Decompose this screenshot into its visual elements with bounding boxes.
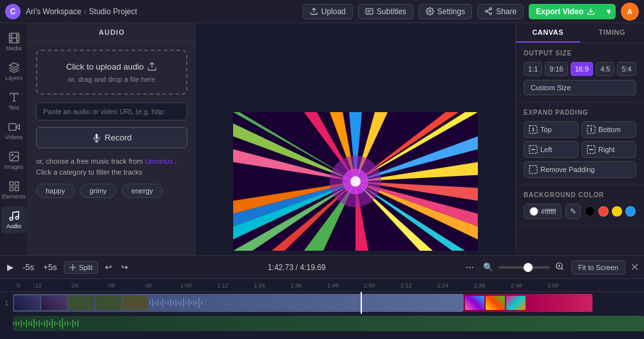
svg-rect-61: [170, 299, 171, 307]
record-button[interactable]: Record: [36, 127, 187, 148]
plus5-button[interactable]: +5s: [41, 260, 59, 274]
timeline-clip-main[interactable]: [13, 294, 464, 312]
svg-rect-94: [64, 322, 66, 325]
custom-size-button[interactable]: Custom Size: [524, 80, 636, 95]
color-blue[interactable]: [625, 206, 636, 217]
ruler-mark: 1:24: [254, 282, 290, 289]
export-button[interactable]: Export Video: [529, 4, 601, 19]
minus5-button[interactable]: -5s: [21, 260, 36, 274]
color-yellow[interactable]: [612, 206, 622, 217]
layers-icon: [8, 62, 20, 73]
size-16-9[interactable]: 16:9: [571, 62, 593, 76]
project-name: Studio Project: [89, 7, 137, 16]
svg-rect-93: [62, 318, 63, 329]
tab-canvas[interactable]: CANVAS: [516, 23, 580, 43]
size-5-4[interactable]: 5:4: [617, 62, 636, 76]
svg-rect-77: [21, 320, 22, 327]
bg-color-section: BACKGROUND COLOR #ffffff ✎: [516, 185, 644, 226]
svg-rect-59: [165, 302, 166, 304]
svg-rect-88: [49, 322, 50, 325]
video-icon: [8, 121, 20, 133]
svg-rect-68: [188, 299, 189, 307]
expand-bottom[interactable]: Bottom: [582, 121, 636, 138]
eyedropper-button[interactable]: ✎: [565, 204, 581, 219]
zoom-in-button[interactable]: [553, 260, 566, 275]
ruler-mark: 2:12: [401, 282, 437, 289]
svg-rect-60: [167, 300, 169, 305]
sidebar-item-label: Images: [5, 164, 24, 170]
zoom-slider[interactable]: [498, 266, 550, 269]
share-button[interactable]: Share: [477, 4, 524, 19]
svg-rect-23: [8, 124, 15, 131]
image-icon: [8, 151, 20, 162]
split-button[interactable]: Split: [64, 261, 97, 274]
expand-top[interactable]: Top: [524, 121, 578, 138]
sidebar-item-elements[interactable]: Elements: [1, 177, 27, 204]
workspace-link[interactable]: Ari's Workspace: [26, 7, 81, 16]
bg-color-label: BACKGROUND COLOR: [524, 191, 636, 199]
svg-rect-90: [54, 321, 55, 326]
breadcrumb: Ari's Workspace › Studio Project: [26, 7, 137, 16]
svg-rect-53: [149, 301, 151, 305]
topbar: C Ari's Workspace › Studio Project Uploa…: [0, 0, 644, 23]
fit-screen-button[interactable]: Fit to Screen: [571, 260, 625, 275]
sidebar-item-text[interactable]: Text: [1, 88, 27, 115]
export-arrow-button[interactable]: ▾: [601, 4, 616, 19]
unminus-link[interactable]: Unminus: [145, 157, 173, 165]
color-red[interactable]: [598, 206, 609, 217]
time-display: 1:42.73 / 4:19.69: [268, 263, 326, 272]
sidebar-item-videos[interactable]: Videos: [1, 117, 27, 144]
sidebar-item-media[interactable]: Media: [1, 28, 27, 55]
svg-rect-29: [10, 188, 13, 191]
music-description: or, choose a free music track from Unmin…: [36, 156, 187, 177]
zoom-out-button[interactable]: 🔍: [481, 260, 495, 274]
remove-padding-icon: [529, 165, 538, 174]
ruler-mark: 1:48: [327, 282, 364, 289]
undo-button[interactable]: ↩: [103, 260, 114, 274]
play-button[interactable]: ▶: [5, 260, 15, 274]
expand-right[interactable]: Right: [582, 141, 636, 158]
ruler-mark: :0: [15, 282, 33, 289]
timeline-clip-colorful[interactable]: [464, 294, 592, 312]
upload-sub: or, drag and drop a file here: [68, 75, 155, 83]
size-4-5[interactable]: 4:5: [596, 62, 614, 76]
redo-button[interactable]: ↪: [119, 260, 130, 274]
ruler-mark: 2:36: [474, 282, 511, 289]
svg-rect-96: [70, 322, 71, 325]
close-timeline-button[interactable]: ✕: [630, 261, 639, 273]
size-1-1[interactable]: 1:1: [524, 62, 542, 76]
left-padding-icon: [529, 145, 538, 154]
sidebar-item-audio[interactable]: Audio: [1, 206, 27, 233]
tag-happy[interactable]: happy: [36, 184, 75, 198]
tag-energy[interactable]: energy: [122, 184, 163, 198]
url-input[interactable]: [36, 102, 187, 121]
sidebar-item-images[interactable]: Images: [1, 147, 27, 174]
white-dot: [529, 207, 538, 216]
ruler-mark: :36: [107, 282, 144, 289]
color-dots: [585, 206, 636, 217]
tag-grimy[interactable]: grimy: [80, 184, 117, 198]
expand-left[interactable]: Left: [524, 141, 578, 158]
upload-button[interactable]: Upload: [303, 4, 353, 19]
size-9-16[interactable]: 9:16: [545, 62, 567, 76]
color-black[interactable]: [585, 206, 595, 217]
svg-rect-69: [191, 302, 192, 304]
top-padding-icon: [529, 125, 538, 134]
svg-rect-65: [180, 300, 182, 305]
ruler-mark: :48: [144, 282, 180, 289]
svg-rect-86: [44, 321, 45, 326]
tab-timing[interactable]: TIMING: [580, 23, 645, 43]
zoom-row: 🔍: [481, 260, 566, 275]
svg-line-50: [561, 268, 563, 270]
timeline-playhead[interactable]: [361, 292, 362, 314]
color-swatch[interactable]: #ffffff: [524, 204, 562, 219]
svg-rect-47: [529, 166, 537, 173]
timeline-settings-button[interactable]: ⋯: [464, 260, 476, 274]
remove-padding-button[interactable]: Remove Padding: [524, 161, 636, 178]
svg-rect-58: [162, 298, 164, 307]
upload-area[interactable]: Click to upload audio or, drag and drop …: [36, 50, 187, 95]
sidebar-item-layers[interactable]: Layers: [1, 58, 27, 85]
settings-button[interactable]: Settings: [419, 4, 472, 19]
subtitles-button[interactable]: Subtitles: [358, 4, 413, 19]
svg-rect-64: [178, 302, 179, 304]
